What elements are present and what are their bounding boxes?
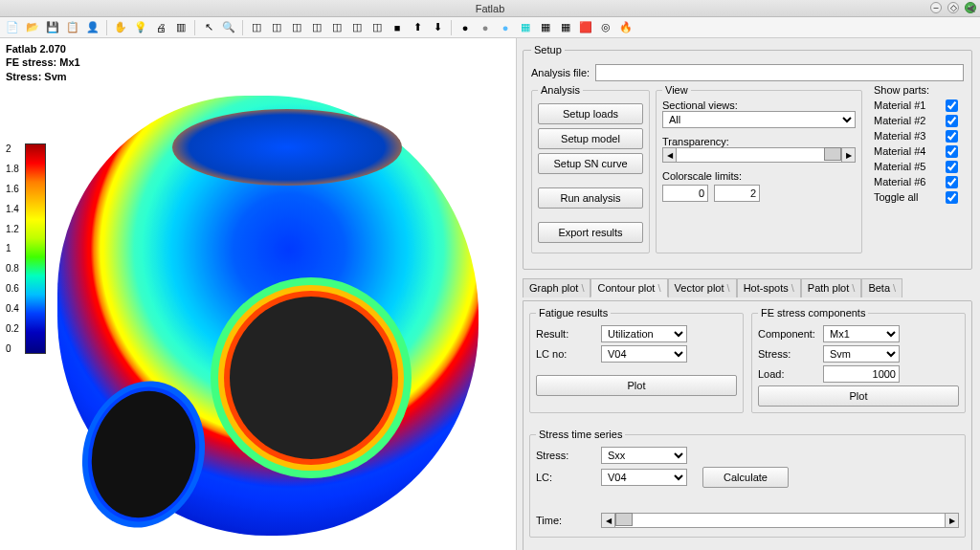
colorbar-tick: 2	[6, 143, 19, 154]
sectional-select[interactable]: All	[662, 111, 856, 128]
part-checkbox[interactable]	[946, 145, 958, 158]
part-checkbox[interactable]	[946, 115, 958, 127]
slider-left-arrow-icon[interactable]: ◀	[663, 148, 677, 162]
parts-legend: Show parts:	[874, 84, 958, 96]
analysis-file-input[interactable]	[595, 64, 964, 81]
fatigue-legend: Fatigue results	[536, 307, 611, 319]
flame-icon[interactable]: 🔥	[617, 19, 635, 36]
pointer-icon[interactable]: ↖	[200, 19, 217, 36]
colorscale-min-input[interactable]	[662, 185, 708, 202]
slider-right-arrow-icon[interactable]: ▶	[841, 148, 855, 162]
tab-graph-plot[interactable]: Graph plot \	[523, 278, 590, 297]
run-analysis-button[interactable]: Run analysis	[538, 187, 643, 209]
window-title: Fatlab	[476, 3, 505, 14]
component-select[interactable]: Mx1	[823, 325, 900, 342]
colorbar-tick: 0.8	[6, 263, 19, 274]
time-left-arrow-icon[interactable]: ◀	[602, 514, 615, 527]
part-checkbox[interactable]	[946, 176, 958, 188]
analysis-legend: Analysis	[538, 84, 583, 96]
dot1-icon[interactable]: ●	[457, 19, 474, 36]
cube4-icon[interactable]: ◫	[308, 19, 325, 36]
part-label: Material #1	[874, 99, 925, 111]
ts-stress-label: Stress:	[536, 450, 595, 461]
time-slider[interactable]: ◀ ▶	[601, 513, 959, 528]
colorbar-tick: 1.2	[6, 224, 19, 234]
grid-cyan-icon[interactable]: ▦	[517, 19, 534, 36]
colorscale-max-input[interactable]	[714, 185, 760, 202]
gridcolor-icon[interactable]: 🟥	[577, 19, 594, 36]
part-label: Material #3	[874, 130, 925, 142]
hand-icon[interactable]: ✋	[112, 19, 129, 36]
panel-collapse-icon[interactable]: ⮜	[967, 4, 976, 14]
printer-icon[interactable]: 🖨	[152, 19, 169, 36]
dot3-icon[interactable]: ●	[497, 19, 514, 36]
colorbar-tick: 1	[6, 243, 19, 253]
colorbar-tick: 0.6	[6, 283, 19, 294]
part-checkbox[interactable]	[946, 191, 958, 204]
cube7-icon[interactable]: ◫	[368, 19, 386, 36]
person-icon[interactable]: 👤	[84, 19, 101, 36]
transparency-slider[interactable]: ◀ ▶	[662, 147, 856, 163]
colorbar-tick: 0.2	[6, 323, 19, 334]
fea-model-render	[57, 96, 479, 536]
part-checkbox[interactable]	[946, 99, 958, 112]
viewport-3d[interactable]: Fatlab 2.070 FE stress: Mx1 Stress: Svm …	[0, 38, 516, 550]
cube1-icon[interactable]: ◫	[248, 19, 265, 36]
setup-loads-button[interactable]: Setup loads	[538, 103, 643, 124]
load-input[interactable]	[823, 365, 900, 383]
arrow-up-icon[interactable]: ⬆	[409, 19, 426, 36]
dot2-icon[interactable]: ●	[477, 19, 494, 36]
cube2-icon[interactable]: ◫	[268, 19, 285, 36]
grid9-icon[interactable]: ▦	[557, 19, 574, 36]
window-minimize-button[interactable]: –	[930, 2, 942, 13]
part-checkbox[interactable]	[946, 161, 958, 173]
part-checkbox[interactable]	[946, 130, 958, 143]
layers-icon[interactable]: ▥	[172, 19, 189, 36]
ts-stress-select[interactable]: Sxx	[601, 447, 687, 464]
save-icon[interactable]: 💾	[44, 19, 61, 36]
export-results-button[interactable]: Export results	[538, 222, 643, 243]
window-maximize-button[interactable]: ◇	[947, 2, 959, 13]
lcno-select[interactable]: V04	[601, 345, 687, 363]
tab-beta[interactable]: Beta \	[861, 278, 902, 297]
stress-select[interactable]: Svm	[823, 345, 900, 363]
doc-icon[interactable]: 📄	[4, 19, 21, 36]
arrow-down-icon[interactable]: ⬇	[429, 19, 446, 36]
component-label: Component:	[758, 328, 817, 340]
tab-hot-spots[interactable]: Hot-spots \	[737, 278, 801, 297]
solid-cube-icon[interactable]: ■	[389, 19, 406, 36]
result-select[interactable]: Utilization	[601, 325, 687, 342]
part-row: Material #6	[874, 174, 958, 189]
open-icon[interactable]: 📂	[24, 19, 41, 36]
setup-sn-button[interactable]: Setup SN curve	[538, 153, 643, 174]
lcno-label: LC no:	[536, 348, 595, 360]
grid4-icon[interactable]: ▦	[537, 19, 554, 36]
tab-contour-plot[interactable]: Contour plot \	[590, 278, 667, 297]
calculate-button[interactable]: Calculate	[702, 467, 789, 488]
target-icon[interactable]: ◎	[597, 19, 614, 36]
fatigue-plot-button[interactable]: Plot	[536, 375, 737, 396]
cube3-icon[interactable]: ◫	[288, 19, 305, 36]
part-label: Toggle all	[874, 191, 918, 203]
vp-title: Fatlab 2.070	[6, 42, 80, 55]
time-right-arrow-icon[interactable]: ▶	[945, 514, 958, 527]
part-row: Material #4	[874, 143, 958, 159]
cube5-icon[interactable]: ◫	[328, 19, 345, 36]
copy-icon[interactable]: 📋	[64, 19, 81, 36]
colorscale-label: Colorscale limits:	[662, 170, 856, 182]
tab-path-plot[interactable]: Path plot \	[801, 278, 862, 297]
right-panel: Setup Analysis file: Analysis Setup load…	[516, 38, 980, 550]
tab-vector-plot[interactable]: Vector plot \	[668, 278, 737, 297]
colorbar-tick: 1.6	[6, 184, 19, 194]
color-scale: 21.81.61.41.210.80.60.40.20	[8, 143, 46, 354]
bulb-icon[interactable]: 💡	[132, 19, 149, 36]
setup-model-button[interactable]: Setup model	[538, 128, 643, 149]
time-label: Time:	[536, 515, 595, 526]
cube6-icon[interactable]: ◫	[348, 19, 366, 36]
vp-festress: FE stress: Mx1	[6, 55, 80, 69]
timeseries-group: Stress time series Stress: Sxx LC: V04 C…	[529, 429, 966, 538]
ts-lc-select[interactable]: V04	[601, 469, 687, 486]
zoom-icon[interactable]: 🔍	[220, 19, 237, 36]
transparency-label: Transparency:	[662, 136, 856, 147]
festress-plot-button[interactable]: Plot	[758, 385, 959, 407]
